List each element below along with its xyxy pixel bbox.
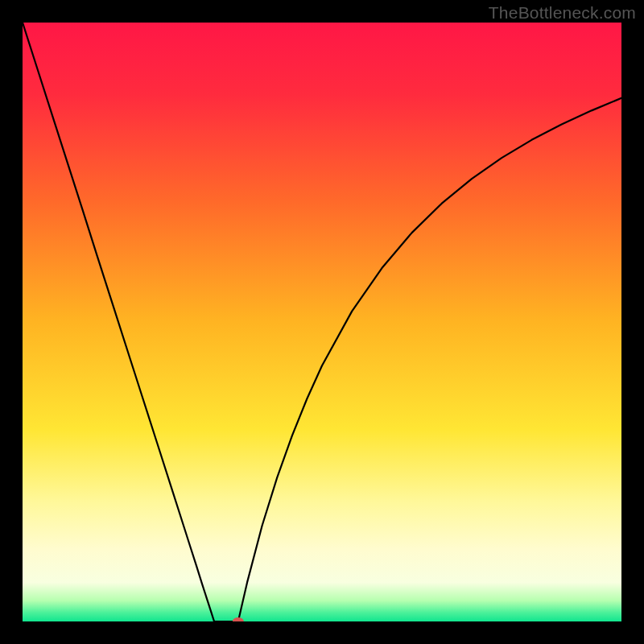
chart-frame: TheBottleneck.com bbox=[0, 0, 644, 644]
plot-area bbox=[23, 23, 621, 621]
chart-svg bbox=[23, 23, 621, 621]
watermark-text: TheBottleneck.com bbox=[489, 3, 636, 23]
gradient-background bbox=[23, 23, 621, 621]
